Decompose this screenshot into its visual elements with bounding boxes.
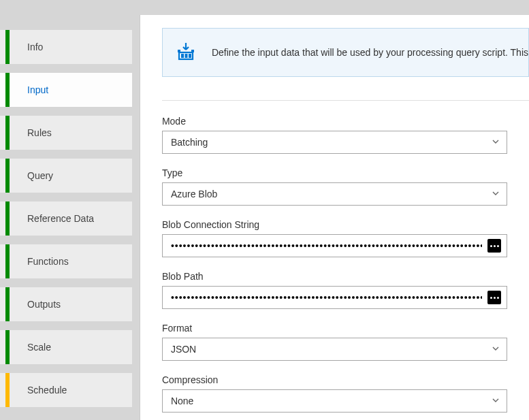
sidebar-item-query[interactable]: Query bbox=[0, 159, 132, 193]
status-bar-icon bbox=[5, 201, 10, 236]
banner-text: Define the input data that will be used … bbox=[212, 47, 528, 58]
type-label: Type bbox=[162, 167, 507, 178]
mode-label: Mode bbox=[162, 116, 507, 127]
info-banner: Define the input data that will be used … bbox=[162, 28, 529, 77]
blob-connection-string-box bbox=[162, 234, 507, 257]
chevron-down-icon bbox=[492, 136, 500, 148]
compression-value: None bbox=[171, 395, 193, 406]
sidebar-item-label: Schedule bbox=[27, 385, 67, 395]
sidebar-item-label: Input bbox=[27, 84, 48, 95]
status-bar-icon bbox=[5, 330, 10, 364]
blob-connection-string-field: Blob Connection String bbox=[162, 219, 507, 257]
type-select[interactable]: Azure Blob bbox=[162, 182, 507, 206]
type-value: Azure Blob bbox=[171, 189, 217, 199]
reveal-password-button[interactable] bbox=[487, 291, 501, 304]
svg-rect-1 bbox=[178, 50, 180, 52]
status-bar-icon bbox=[5, 373, 10, 407]
blob-connection-string-label: Blob Connection String bbox=[162, 219, 507, 230]
reveal-password-button[interactable] bbox=[487, 239, 501, 253]
chevron-down-icon bbox=[492, 343, 500, 355]
format-label: Format bbox=[162, 323, 507, 334]
sidebar-item-functions[interactable]: Functions bbox=[0, 244, 132, 278]
sidebar-item-scale[interactable]: Scale bbox=[0, 330, 132, 364]
compression-label: Compression bbox=[162, 374, 507, 385]
format-value: JSON bbox=[171, 344, 196, 355]
sidebar-item-reference-data[interactable]: Reference Data bbox=[0, 201, 132, 236]
format-field: Format JSON bbox=[162, 323, 507, 361]
sidebar-item-input[interactable]: Input bbox=[0, 73, 132, 107]
sidebar-item-label: Info bbox=[27, 42, 43, 52]
content-panel: Define the input data that will be used … bbox=[140, 15, 529, 420]
mode-field: Mode Batching bbox=[162, 116, 507, 154]
blob-path-box bbox=[162, 286, 507, 309]
sidebar-item-label: Scale bbox=[27, 342, 51, 353]
sidebar-item-label: Rules bbox=[27, 127, 52, 138]
chevron-down-icon bbox=[492, 188, 500, 200]
sidebar-item-label: Functions bbox=[27, 256, 69, 267]
data-ingest-icon bbox=[176, 42, 195, 63]
status-bar-icon bbox=[5, 30, 10, 64]
mode-value: Batching bbox=[171, 137, 208, 148]
status-bar-icon bbox=[5, 244, 10, 278]
sidebar-item-outputs[interactable]: Outputs bbox=[0, 287, 132, 321]
blob-connection-string-input[interactable] bbox=[171, 240, 482, 251]
chevron-down-icon bbox=[492, 395, 500, 407]
input-form: Mode Batching Type Azure Blob bbox=[140, 101, 529, 413]
sidebar-item-label: Outputs bbox=[27, 299, 61, 310]
status-bar-icon bbox=[5, 73, 10, 107]
compression-field: Compression None bbox=[162, 374, 507, 413]
svg-rect-3 bbox=[181, 54, 184, 58]
compression-select[interactable]: None bbox=[162, 389, 507, 413]
type-field: Type Azure Blob bbox=[162, 167, 507, 206]
blob-path-field: Blob Path bbox=[162, 271, 507, 309]
sidebar: Info Input Rules Query Reference Data Fu… bbox=[0, 15, 132, 420]
sidebar-item-info[interactable]: Info bbox=[0, 30, 132, 64]
sidebar-item-rules[interactable]: Rules bbox=[0, 116, 132, 150]
status-bar-icon bbox=[5, 287, 10, 321]
blob-path-label: Blob Path bbox=[162, 271, 507, 282]
status-bar-icon bbox=[5, 159, 10, 193]
format-select[interactable]: JSON bbox=[162, 338, 507, 361]
status-bar-icon bbox=[5, 116, 10, 150]
blob-path-input[interactable] bbox=[171, 292, 482, 303]
sidebar-item-label: Query bbox=[27, 170, 53, 181]
svg-rect-2 bbox=[191, 50, 194, 52]
svg-rect-4 bbox=[185, 54, 187, 58]
svg-rect-5 bbox=[189, 54, 191, 58]
sidebar-item-label: Reference Data bbox=[27, 213, 94, 224]
sidebar-item-schedule[interactable]: Schedule bbox=[0, 373, 132, 407]
mode-select[interactable]: Batching bbox=[162, 131, 507, 154]
